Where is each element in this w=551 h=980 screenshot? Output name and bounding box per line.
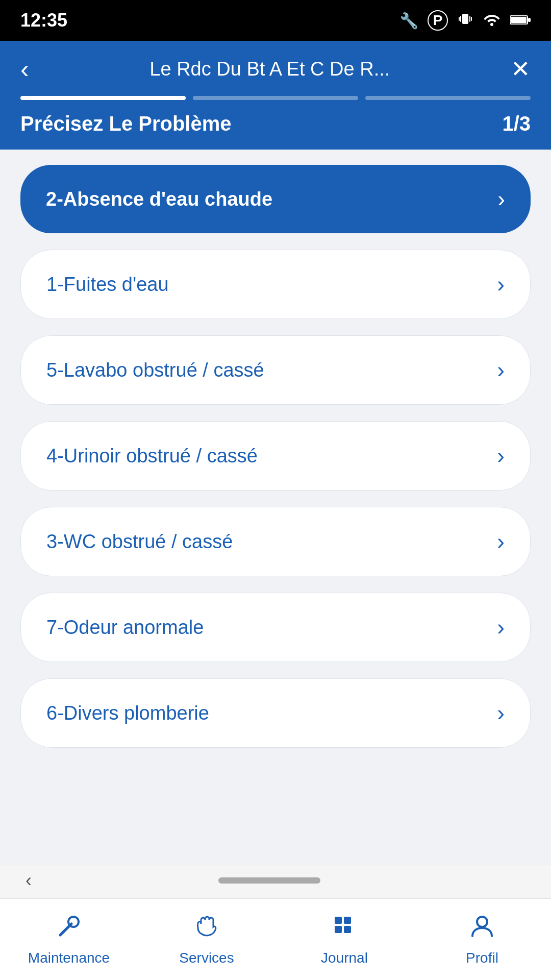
option-label-5: 3-WC obstrué / cassé — [46, 531, 233, 553]
option-lavabo-obstrue[interactable]: 5-Lavabo obstrué / cassé › — [20, 335, 531, 405]
nav-item-maintenance[interactable]: Maintenance — [0, 913, 138, 966]
status-bar: 12:35 🔧 P — [0, 0, 551, 41]
svg-rect-14 — [344, 917, 351, 924]
option-divers-plomberie[interactable]: 6-Divers plomberie › — [20, 678, 531, 748]
home-gesture-pill — [218, 877, 320, 884]
chevron-right-icon-3: › — [497, 357, 505, 383]
profil-label: Profil — [466, 950, 498, 966]
status-time: 12:35 — [20, 10, 67, 31]
wifi-icon — [483, 12, 501, 30]
gesture-bar: ‹ — [0, 865, 551, 896]
back-button[interactable]: ‹ — [20, 56, 29, 82]
option-label-3: 5-Lavabo obstrué / cassé — [46, 359, 264, 381]
parking-status-icon: P — [428, 10, 448, 31]
services-label: Services — [179, 950, 234, 966]
option-label-7: 6-Divers plomberie — [46, 702, 209, 724]
maintenance-icon — [55, 913, 83, 946]
progress-step-2 — [193, 96, 358, 100]
svg-rect-16 — [344, 926, 351, 933]
battery-icon — [510, 12, 531, 29]
header-title: Le Rdc Du Bt A Et C De R... — [29, 58, 511, 80]
progress-bar — [20, 96, 531, 100]
svg-rect-4 — [471, 17, 472, 21]
option-label-1: 2-Absence d'eau chaude — [46, 188, 272, 210]
svg-rect-0 — [462, 14, 468, 24]
option-label-6: 7-Odeur anormale — [46, 617, 204, 639]
nav-item-services[interactable]: Services — [138, 913, 276, 966]
chevron-right-icon-5: › — [497, 529, 505, 554]
option-absence-eau-chaude[interactable]: 2-Absence d'eau chaude › — [20, 165, 531, 233]
svg-line-12 — [63, 929, 66, 933]
nav-item-journal[interactable]: Journal — [276, 913, 413, 966]
step-counter: 1/3 — [502, 112, 531, 135]
main-content: 2-Absence d'eau chaude › 1-Fuites d'eau … — [0, 150, 551, 885]
maintenance-label: Maintenance — [28, 950, 110, 966]
header: ‹ Le Rdc Du Bt A Et C De R... ✕ — [0, 41, 551, 100]
services-icon — [193, 913, 220, 946]
svg-point-17 — [477, 917, 487, 927]
nav-item-profil[interactable]: Profil — [413, 913, 551, 966]
option-urinoir-obstrue[interactable]: 4-Urinoir obstrué / cassé › — [20, 421, 531, 491]
svg-rect-2 — [469, 16, 470, 22]
bottom-nav: Maintenance Services Journal — [0, 898, 551, 980]
option-wc-obstrue[interactable]: 3-WC obstrué / cassé › — [20, 507, 531, 576]
vibrate-icon — [457, 11, 473, 31]
svg-rect-13 — [335, 917, 342, 924]
option-label-2: 1-Fuites d'eau — [46, 274, 169, 296]
progress-step-3 — [365, 96, 531, 100]
close-button[interactable]: ✕ — [511, 57, 531, 81]
svg-rect-15 — [335, 926, 342, 933]
journal-icon — [331, 913, 358, 946]
step-label: Précisez Le Problème — [20, 112, 232, 135]
journal-label: Journal — [321, 950, 368, 966]
option-odeur-anormale[interactable]: 7-Odeur anormale › — [20, 593, 531, 662]
chevron-right-icon-1: › — [497, 186, 505, 212]
svg-rect-1 — [460, 16, 461, 22]
svg-rect-6 — [511, 17, 527, 23]
option-label-4: 4-Urinoir obstrué / cassé — [46, 445, 258, 467]
wrench-status-icon: 🔧 — [399, 12, 418, 30]
chevron-right-icon-6: › — [497, 615, 505, 640]
progress-step-1 — [20, 96, 186, 100]
svg-rect-7 — [528, 18, 531, 22]
svg-rect-3 — [459, 17, 460, 21]
back-gesture-icon[interactable]: ‹ — [26, 870, 32, 891]
chevron-right-icon-2: › — [497, 272, 505, 297]
status-icons: 🔧 P — [399, 10, 531, 31]
step-label-row: Précisez Le Problème 1/3 — [0, 100, 551, 150]
option-fuites-eau[interactable]: 1-Fuites d'eau › — [20, 250, 531, 319]
chevron-right-icon-7: › — [497, 700, 505, 726]
profil-icon — [468, 913, 496, 946]
chevron-right-icon-4: › — [497, 443, 505, 469]
